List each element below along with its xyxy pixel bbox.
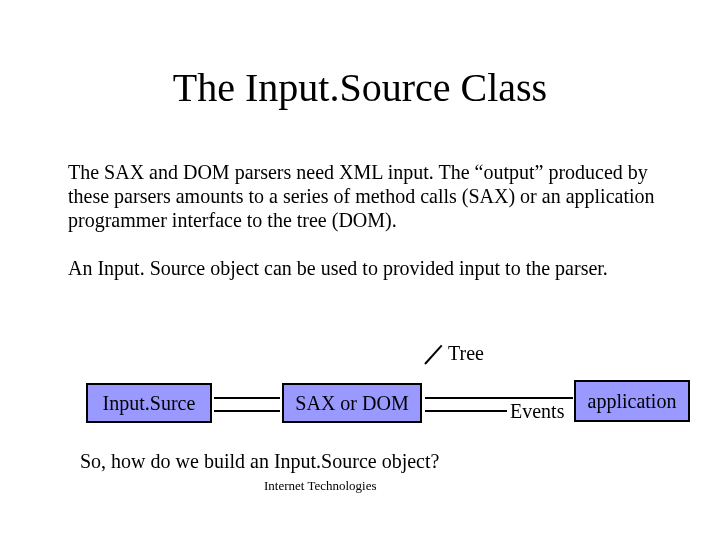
question-text: So, how do we build an Input.Source obje… — [80, 450, 439, 473]
paragraph-1: The SAX and DOM parsers need XML input. … — [68, 160, 668, 232]
events-label: Events — [510, 400, 564, 423]
parser-box: SAX or DOM — [282, 383, 422, 423]
tree-label: Tree — [448, 342, 484, 365]
connector-line — [425, 410, 507, 412]
footer-text: Internet Technologies — [264, 478, 377, 494]
slide: The Input.Source Class The SAX and DOM p… — [0, 0, 720, 540]
slide-title: The Input.Source Class — [0, 64, 720, 111]
connector-line — [214, 410, 280, 412]
paragraph-2: An Input. Source object can be used to p… — [68, 256, 668, 280]
connector-line — [424, 345, 442, 365]
input-source-box: Input.Surce — [86, 383, 212, 423]
connector-line — [425, 397, 573, 399]
application-box: application — [574, 380, 690, 422]
connector-line — [214, 397, 280, 399]
